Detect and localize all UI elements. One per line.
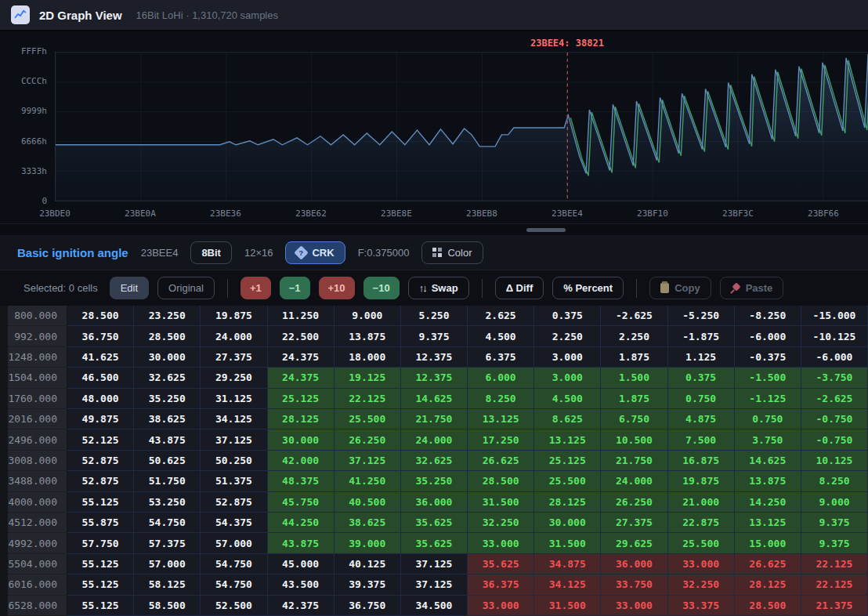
table-cell[interactable]: 14.625 xyxy=(735,451,801,471)
table-cell[interactable]: 26.625 xyxy=(468,451,534,471)
table-cell[interactable]: 43.500 xyxy=(268,574,335,595)
table-cell[interactable]: 16.875 xyxy=(668,451,735,471)
table-cell[interactable]: 43.875 xyxy=(268,533,335,553)
table-cell[interactable]: 32.625 xyxy=(401,451,468,471)
table-cell[interactable]: 25.500 xyxy=(668,533,735,553)
table-cell[interactable]: 14.625 xyxy=(401,389,468,409)
table-cell[interactable]: 31.125 xyxy=(201,389,267,409)
row-header[interactable]: 992.000 xyxy=(8,326,67,346)
table-cell[interactable]: -8.250 xyxy=(735,306,801,326)
table-cell[interactable]: 13.125 xyxy=(468,409,534,429)
table-cell[interactable]: 6.000 xyxy=(468,368,534,388)
row-header[interactable]: 1760.000 xyxy=(8,389,67,409)
table-cell[interactable]: 8.250 xyxy=(468,389,534,409)
table-cell[interactable]: -6.000 xyxy=(735,326,801,346)
table-cell[interactable]: 49.875 xyxy=(67,409,134,429)
table-cell[interactable]: 12.375 xyxy=(401,347,468,368)
diff-button[interactable]: Δ Diff xyxy=(495,277,544,299)
table-cell[interactable]: 28.500 xyxy=(468,471,534,491)
increment-10-button[interactable]: +10 xyxy=(319,277,355,299)
table-cell[interactable]: 1.500 xyxy=(601,368,667,388)
table-cell[interactable]: 42.000 xyxy=(268,451,335,471)
table-cell[interactable]: 52.875 xyxy=(67,471,134,491)
table-cell[interactable]: 33.000 xyxy=(468,533,534,553)
table-cell[interactable]: 15.000 xyxy=(735,533,801,553)
table-cell[interactable]: 24.375 xyxy=(268,368,335,388)
table-cell[interactable]: 41.625 xyxy=(67,347,134,368)
table-cell[interactable]: 22.500 xyxy=(268,326,335,346)
table-cell[interactable]: 22.125 xyxy=(801,574,868,595)
table-cell[interactable]: 5.250 xyxy=(401,306,468,326)
table-cell[interactable]: 24.000 xyxy=(401,429,468,450)
table-cell[interactable]: -3.750 xyxy=(801,368,868,388)
table-cell[interactable]: -5.250 xyxy=(668,306,735,326)
table-cell[interactable]: 1.875 xyxy=(601,389,667,409)
table-cell[interactable]: 42.375 xyxy=(268,596,335,616)
table-cell[interactable]: 51.375 xyxy=(201,471,267,491)
table-cell[interactable]: 25.125 xyxy=(268,389,335,409)
table-cell[interactable]: 45.750 xyxy=(268,492,335,513)
table-cell[interactable]: 0.750 xyxy=(735,409,801,429)
table-cell[interactable]: 58.500 xyxy=(134,596,201,616)
paste-button[interactable]: Paste xyxy=(720,277,784,299)
row-header[interactable]: 3008.000 xyxy=(8,451,67,471)
table-cell[interactable]: 29.625 xyxy=(601,533,667,553)
table-cell[interactable]: 45.000 xyxy=(268,554,335,574)
table-cell[interactable]: 55.125 xyxy=(67,492,134,513)
table-cell[interactable]: 3.000 xyxy=(534,347,601,368)
table-cell[interactable]: 18.000 xyxy=(335,347,401,368)
table-cell[interactable]: 29.250 xyxy=(201,368,267,388)
bit-width-button[interactable]: 8Bit xyxy=(190,241,232,264)
table-cell[interactable]: 19.875 xyxy=(668,471,735,491)
graph-plot-area[interactable] xyxy=(55,52,868,201)
original-button[interactable]: Original xyxy=(157,277,215,299)
table-cell[interactable]: 48.000 xyxy=(67,389,134,409)
table-cell[interactable]: -2.625 xyxy=(801,389,868,409)
table-cell[interactable]: 13.125 xyxy=(735,513,801,533)
table-cell[interactable]: 40.500 xyxy=(335,492,401,513)
table-cell[interactable]: 37.125 xyxy=(401,554,468,574)
table-cell[interactable]: 28.125 xyxy=(268,409,335,429)
table-cell[interactable]: 26.625 xyxy=(735,554,801,574)
table-cell[interactable]: 57.750 xyxy=(67,533,134,553)
table-cell[interactable]: 33.000 xyxy=(601,596,667,616)
table-cell[interactable]: 24.375 xyxy=(268,347,335,368)
row-header[interactable]: 3488.000 xyxy=(8,471,67,491)
table-cell[interactable]: 25.500 xyxy=(534,471,601,491)
table-cell[interactable]: 54.750 xyxy=(201,574,267,595)
table-cell[interactable]: 9.375 xyxy=(401,326,468,346)
table-cell[interactable]: 4.875 xyxy=(668,409,735,429)
table-cell[interactable]: 22.125 xyxy=(335,389,401,409)
table-cell[interactable]: 17.250 xyxy=(468,429,534,450)
table-cell[interactable]: 32.625 xyxy=(134,368,201,388)
table-cell[interactable]: 12.375 xyxy=(401,368,468,388)
table-cell[interactable]: 54.750 xyxy=(201,554,267,574)
table-cell[interactable]: 6.375 xyxy=(468,347,534,368)
table-cell[interactable]: 30.000 xyxy=(268,429,335,450)
table-cell[interactable]: 46.500 xyxy=(67,368,134,388)
table-cell[interactable]: 19.125 xyxy=(335,368,401,388)
table-cell[interactable]: 9.000 xyxy=(335,306,401,326)
table-cell[interactable]: 36.750 xyxy=(67,326,134,346)
table-cell[interactable]: 22.125 xyxy=(801,554,868,574)
table-cell[interactable]: 34.125 xyxy=(201,409,267,429)
table-cell[interactable]: 43.875 xyxy=(134,429,201,450)
table-cell[interactable]: 25.125 xyxy=(534,451,601,471)
table-cell[interactable]: 26.250 xyxy=(335,429,401,450)
graph-scrollbar-thumb[interactable] xyxy=(526,228,566,232)
percent-button[interactable]: % Percent xyxy=(552,277,624,299)
table-cell[interactable]: 34.125 xyxy=(534,574,601,595)
table-cell[interactable]: 2.625 xyxy=(468,306,534,326)
table-cell[interactable]: -1.875 xyxy=(668,326,735,346)
row-header[interactable]: 2496.000 xyxy=(8,429,67,450)
table-cell[interactable]: 28.125 xyxy=(534,492,601,513)
row-header[interactable]: 4512.000 xyxy=(8,513,67,533)
table-cell[interactable]: 32.250 xyxy=(468,513,534,533)
table-cell[interactable]: 7.500 xyxy=(668,429,735,450)
table-cell[interactable]: -0.375 xyxy=(735,347,801,368)
table-cell[interactable]: -6.000 xyxy=(801,347,868,368)
table-cell[interactable]: 13.875 xyxy=(735,471,801,491)
table-cell[interactable]: 21.375 xyxy=(801,596,868,616)
row-header[interactable]: 6016.000 xyxy=(8,574,67,595)
table-cell[interactable]: 38.625 xyxy=(134,409,201,429)
